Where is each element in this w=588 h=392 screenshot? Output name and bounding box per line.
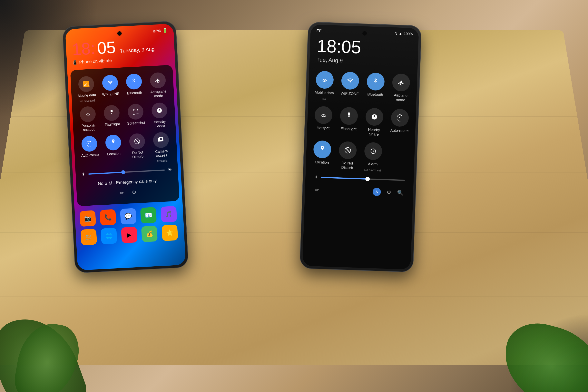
right-dnd-label: Do Not Disturb [336, 161, 358, 170]
qs-tile-wifi[interactable]: WIFIZONE [99, 74, 122, 102]
qs-tile-dnd[interactable]: Do Not Disturb [126, 133, 149, 164]
battery-status: 100% [404, 32, 413, 36]
right-brightness-low-icon: ☀ [314, 175, 318, 180]
qs-tile-nearby-share[interactable]: Nearby Share [148, 102, 171, 129]
right-hotspot-label: Hotspot [316, 126, 330, 130]
right-settings-icon[interactable]: ⚙ [386, 189, 391, 196]
brightness-high-icon: ☀ [168, 167, 172, 173]
wifi-status-icon: ▲ [399, 32, 402, 36]
right-qs-bluetooth[interactable]: Bluetooth [364, 72, 387, 103]
phone-shell: 83% 🔋 18: 05 Tuesday, 9 Aug [62, 21, 188, 274]
qs-row-1: 📶 Mobile data No SIM card WIFIZONE [74, 70, 170, 105]
app-icon[interactable]: 📷 [80, 210, 96, 226]
right-qs-row-1: Mobile data 4G WIFIZONE [312, 68, 414, 106]
qs-row-2: Personal hotspot Flashlight [76, 100, 172, 134]
right-qs-panel: Mobile data 4G WIFIZONE [305, 67, 418, 202]
right-qs-wifi[interactable]: WIFIZONE [338, 72, 362, 102]
dnd-label: Do Not Disturb [127, 150, 148, 160]
right-qs-location[interactable]: Location [311, 140, 334, 170]
right-qs-hotspot[interactable]: Hotspot [312, 106, 335, 135]
qs-tile-flashlight[interactable]: Flashlight [101, 104, 123, 131]
account-avatar[interactable]: A [372, 188, 381, 196]
app-icon[interactable]: 📞 [100, 209, 116, 226]
autorotate-label: Auto-rotate [81, 153, 99, 158]
app-icon[interactable]: 🎵 [160, 206, 177, 222]
app-icon[interactable]: 📧 [140, 207, 157, 224]
wifi-label: WIFIZONE [102, 92, 119, 97]
brightness-fill [88, 172, 123, 175]
right-qs-row-2: Hotspot Flashlight [311, 104, 412, 140]
nearby-share-icon [151, 102, 168, 118]
app-icon[interactable]: 🛒 [80, 229, 97, 245]
flashlight-icon [104, 105, 120, 121]
right-flashlight-label: Flashlight [340, 126, 356, 132]
right-hotspot-icon [314, 106, 332, 124]
right-alarm-label: Alarm [368, 162, 378, 167]
nearby-share-label: Nearby Share [149, 119, 171, 129]
qs-tile-mobile-data[interactable]: 📶 Mobile data No SIM card [76, 76, 98, 103]
left-phone-screen: 83% 🔋 18: 05 Tuesday, 9 Aug [65, 24, 186, 270]
qs-tile-bluetooth[interactable]: Bluetooth [123, 73, 146, 100]
airplane-icon [150, 72, 166, 88]
right-qs-flashlight[interactable]: Flashlight [337, 107, 360, 136]
right-qs-row-3: Location Do Not Disturb [310, 138, 411, 175]
right-mobile-data-icon [316, 71, 334, 89]
brightness-track[interactable] [88, 170, 165, 175]
autorotate-icon [81, 136, 98, 152]
right-qs-alarm[interactable]: Alarm No alarm set [362, 142, 384, 172]
right-qs-airplane[interactable]: Airplane mode [390, 73, 412, 104]
camera-label: Camera access [151, 149, 172, 158]
camera-sublabel: Available [156, 159, 168, 163]
battery-icon: 🔋 [162, 28, 168, 33]
qs-tile-location[interactable]: Location [102, 134, 125, 166]
location-label: Location [107, 152, 120, 156]
right-qs-dnd[interactable]: Do Not Disturb [336, 141, 359, 171]
app-icon[interactable]: 💬 [120, 208, 136, 224]
screenshot-icon [127, 104, 144, 120]
right-qs-autorotate[interactable]: Auto-rotate [388, 108, 411, 138]
left-phone: 83% 🔋 18: 05 Tuesday, 9 Aug [62, 21, 188, 274]
brightness-low-icon: ☀ [81, 172, 86, 177]
mobile-data-label: Mobile data [78, 93, 96, 98]
bluetooth-label: Bluetooth [127, 90, 142, 96]
right-edit-icon[interactable]: ✏ [315, 187, 319, 193]
app-icon[interactable]: ▶ [121, 227, 138, 243]
qs-row-3: Auto-rotate Location [78, 130, 174, 169]
right-flashlight-icon [340, 107, 358, 125]
mobile-data-sublabel: No SIM card [80, 99, 95, 103]
app-grid: 📷 📞 💬 📧 🎵 🛒 🌐 ▶ 💰 ⭐ [74, 203, 185, 248]
camera-icon [153, 132, 169, 148]
hotspot-icon [80, 106, 96, 122]
right-search-icon[interactable]: 🔍 [397, 190, 403, 196]
right-qs-mobile-data[interactable]: Mobile data 4G [313, 70, 336, 101]
right-nearby-share-label: Nearby Share [363, 127, 385, 137]
app-icon[interactable]: 💰 [141, 226, 158, 242]
scene: 83% 🔋 18: 05 Tuesday, 9 Aug [0, 0, 588, 392]
qs-tile-camera[interactable]: Camera access Available [150, 132, 173, 163]
right-wifi-icon [341, 72, 359, 90]
right-qs-nearby-share[interactable]: Nearby Share [363, 108, 386, 137]
airplane-label: Aeroplane mode [148, 89, 169, 99]
right-brightness-thumb [365, 177, 370, 181]
signal-icon: N [394, 32, 397, 36]
right-carrier: EE [316, 28, 322, 33]
location-icon [105, 134, 122, 151]
qs-tile-screenshot[interactable]: Screenshot [125, 103, 147, 130]
left-date: Tuesday, 9 Aug [120, 46, 155, 54]
qs-tile-hotspot[interactable]: Personal hotspot [77, 106, 99, 133]
app-icon[interactable]: 🌐 [101, 228, 117, 244]
edit-icon[interactable]: ✏ [119, 190, 124, 196]
right-alarm-sublabel: No alarm set [364, 168, 381, 172]
wood-plank [0, 296, 588, 297]
qs-tile-airplane[interactable]: Aeroplane mode [147, 72, 169, 99]
qs-tile-autorotate[interactable]: Auto-rotate [78, 136, 101, 167]
right-phone: EE N ▲ 100% 18:05 Tue, Aug 9 [300, 22, 422, 272]
settings-icon[interactable]: ⚙ [132, 189, 136, 196]
wifi-icon [102, 75, 118, 91]
right-airplane-label: Airplane mode [390, 93, 412, 102]
left-status-text: Phone on vibrate [79, 58, 112, 65]
hotspot-label: Personal hotspot [78, 123, 99, 133]
right-brightness-track[interactable] [321, 177, 405, 181]
app-icon[interactable]: ⭐ [162, 224, 178, 241]
right-dnd-icon [339, 141, 357, 160]
